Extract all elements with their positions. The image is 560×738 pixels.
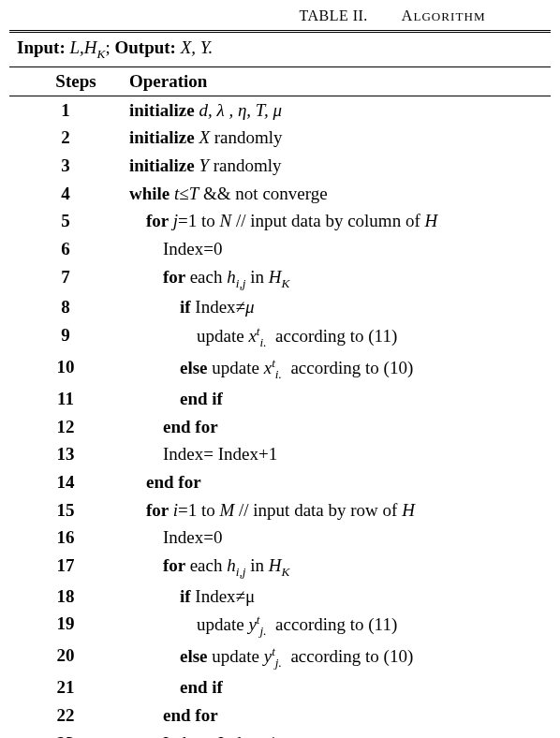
op-text: update — [212, 647, 263, 667]
algo-row: 6Index=0 — [9, 235, 551, 263]
step-number: 9 — [9, 321, 122, 353]
step-number: 6 — [9, 235, 122, 263]
op-text: Index=0 — [163, 527, 222, 547]
op-text: H — [269, 555, 282, 575]
op-text: Index= Index+1 — [163, 733, 277, 738]
table-caption: TABLE II. ALGORITHM — [9, 7, 551, 24]
algo-row: 5for j=1 to N // input data by column of… — [9, 207, 551, 235]
op-text: i,j — [236, 565, 246, 579]
op-text: x — [264, 358, 272, 377]
op-text: update — [197, 615, 248, 635]
header-operation: Operation — [122, 66, 551, 96]
step-number: 4 — [9, 180, 122, 208]
op-text: H — [269, 267, 282, 287]
op-text: M — [219, 500, 234, 520]
op-text: if — [180, 586, 195, 606]
algo-row: 12end for — [9, 413, 551, 441]
op-text: end if — [180, 389, 223, 408]
algo-row: 16Index=0 — [9, 524, 551, 552]
step-number: 21 — [9, 673, 122, 701]
op-text: t≤T — [174, 184, 199, 203]
algo-row: 18if Index≠μ — [9, 583, 551, 611]
algo-row: 14end for — [9, 468, 551, 496]
op-text: Index= Index+1 — [163, 444, 277, 464]
step-number: 16 — [9, 524, 122, 552]
algorithm-table: Input: L,HK; Output: X, Y. Steps Operati… — [9, 30, 551, 738]
operation-cell: for each hi,j in HK — [122, 552, 551, 583]
input-sep: ; — [105, 37, 114, 57]
op-text: for — [163, 267, 190, 287]
algo-row: 4while t≤T && not converge — [9, 180, 551, 208]
operation-cell: end for — [122, 468, 551, 496]
op-text: x — [248, 326, 256, 346]
op-text: end for — [163, 417, 218, 436]
op-text: for — [146, 500, 173, 520]
step-number: 10 — [9, 353, 122, 385]
step-number: 12 — [9, 413, 122, 441]
step-number: 15 — [9, 496, 122, 524]
algo-row: 17for each hi,j in HK — [9, 552, 551, 583]
op-text: in — [245, 555, 268, 575]
op-text: y — [264, 647, 272, 667]
algo-row: 22end for — [9, 701, 551, 730]
op-text: randomly — [210, 127, 283, 147]
step-number: 13 — [9, 440, 122, 468]
op-text: end for — [146, 472, 201, 492]
algo-row: 15for i=1 to M // input data by row of H — [9, 496, 551, 524]
operation-cell: if Index≠μ — [122, 583, 551, 611]
operation-cell: end for — [122, 701, 551, 730]
op-text: N — [219, 211, 231, 230]
op-text: else — [180, 647, 212, 667]
op-text: i,j — [236, 275, 246, 289]
operation-cell: initialize Y randomly — [122, 152, 551, 180]
operation-cell: if Index≠μ — [122, 293, 551, 321]
op-text: i. — [275, 367, 282, 381]
input-label: Input: — [17, 37, 66, 57]
operation-cell: Index= Index+1 — [122, 730, 551, 738]
algo-row: 2initialize X randomly — [9, 124, 551, 152]
op-text: initialize — [129, 127, 199, 147]
step-number: 22 — [9, 701, 122, 730]
operation-cell: Index=0 — [122, 524, 551, 552]
step-number: 1 — [9, 96, 122, 124]
op-text: d, λ , η, T, μ — [199, 100, 282, 120]
op-text: initialize — [129, 100, 199, 120]
op-text: Index≠ — [195, 297, 245, 317]
step-number: 5 — [9, 207, 122, 235]
step-number: 3 — [9, 152, 122, 180]
algo-row: 1initialize d, λ , η, T, μ — [9, 96, 551, 124]
caption-label: TABLE II. — [299, 7, 367, 23]
op-text: end if — [180, 677, 223, 697]
op-text: randomly — [209, 155, 282, 175]
algo-row: 19update ytj. according to (11) — [9, 610, 551, 642]
op-text: initialize — [129, 155, 199, 175]
step-number: 7 — [9, 263, 122, 294]
operation-cell: for i=1 to M // input data by row of H — [122, 496, 551, 524]
op-text: according to (11) — [267, 326, 398, 346]
op-text: H — [424, 211, 437, 230]
op-text: j. — [260, 624, 267, 638]
algo-row: 7for each hi,j in HK — [9, 263, 551, 294]
op-text: each — [190, 555, 228, 575]
op-text: K — [281, 275, 289, 289]
header-steps: Steps — [9, 66, 122, 96]
op-text: =1 to — [178, 211, 220, 230]
algo-row: 10else update xti. according to (10) — [9, 353, 551, 385]
algo-row: 3initialize Y randomly — [9, 152, 551, 180]
step-number: 18 — [9, 583, 122, 611]
step-number: 14 — [9, 468, 122, 496]
operation-cell: else update xti. according to (10) — [122, 353, 551, 385]
op-text: for — [146, 211, 173, 230]
op-text: && not converge — [199, 184, 327, 203]
operation-cell: for j=1 to N // input data by column of … — [122, 207, 551, 235]
op-text: according to (10) — [282, 358, 413, 377]
op-text: K — [281, 565, 289, 579]
op-text: // input data by column of — [231, 211, 424, 230]
op-text: y — [248, 615, 256, 635]
operation-cell: else update ytj. according to (10) — [122, 642, 551, 673]
algo-row: 8if Index≠μ — [9, 293, 551, 321]
algo-row: 11end if — [9, 385, 551, 413]
step-number: 2 — [9, 124, 122, 152]
op-text: while — [129, 184, 174, 203]
output-label: Output: — [114, 37, 175, 57]
